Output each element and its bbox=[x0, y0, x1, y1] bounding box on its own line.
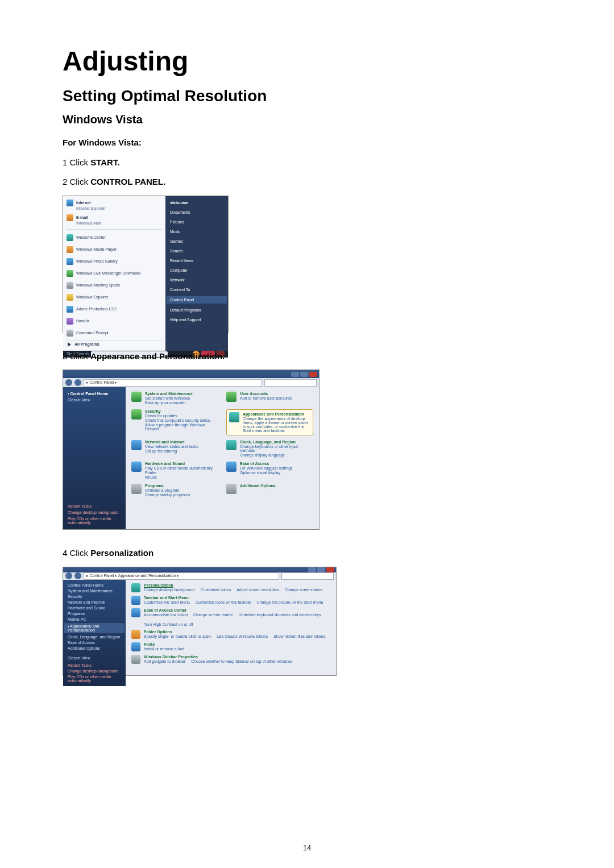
start-menu-right-item[interactable]: Games bbox=[170, 238, 223, 244]
row-title[interactable]: Personalization bbox=[144, 583, 322, 587]
recent-task-item[interactable]: Play CDs or other media automatically bbox=[68, 675, 121, 683]
category-link[interactable]: Optimize visual display bbox=[240, 471, 293, 475]
category-link[interactable]: Change startup programs bbox=[145, 493, 190, 497]
category-user-accounts[interactable]: User AccountsAdd or remove user accounts bbox=[226, 392, 313, 405]
start-menu-item[interactable]: InternetInternet Explorer bbox=[67, 198, 162, 211]
category-link[interactable]: Printer bbox=[145, 471, 213, 475]
start-menu-right-item[interactable]: Music bbox=[170, 229, 223, 235]
row-link[interactable]: Show hidden files and folders bbox=[273, 634, 325, 638]
close-button[interactable] bbox=[309, 372, 317, 377]
category-link[interactable]: Change the appearance of desktop items, … bbox=[243, 417, 310, 433]
recent-task-item[interactable]: Play CDs or other media automatically bbox=[68, 517, 121, 525]
start-menu-right-item[interactable]: Documents bbox=[170, 209, 223, 215]
category-network-and-internet[interactable]: Network and InternetView network status … bbox=[131, 440, 218, 457]
sidebar-cp-home[interactable]: • Control Panel Home bbox=[68, 392, 121, 396]
row-link[interactable]: Change the picture on the Start menu bbox=[257, 600, 323, 604]
category-link[interactable]: View network status and tasks bbox=[145, 445, 198, 448]
minimize-button[interactable] bbox=[291, 372, 299, 377]
category-link[interactable]: Change display language bbox=[240, 453, 313, 457]
row-link[interactable]: Add gadgets to Sidebar bbox=[144, 659, 185, 663]
start-menu-item[interactable]: Windows Explorer bbox=[67, 292, 162, 302]
start-menu-right-item[interactable]: Connect To bbox=[170, 286, 223, 293]
row-title[interactable]: Fonts bbox=[144, 642, 184, 646]
sidebar-item[interactable]: Control Panel Home bbox=[68, 583, 121, 587]
category-clock-language-and-region[interactable]: Clock, Language, and RegionChange keyboa… bbox=[226, 440, 313, 457]
start-menu-right-item[interactable]: Help and Support bbox=[170, 317, 223, 323]
category-system-and-maintenance[interactable]: System and MaintenanceGet started with W… bbox=[131, 392, 218, 405]
category-link[interactable]: Let Windows suggest settings bbox=[240, 466, 293, 470]
start-menu-item[interactable]: Windows Photo Gallery bbox=[67, 256, 162, 267]
start-menu-right-item[interactable]: Search bbox=[170, 248, 223, 254]
row-title[interactable]: Folder Options bbox=[144, 630, 326, 634]
category-link[interactable]: Change keyboards or other input methods bbox=[240, 445, 313, 452]
row-title[interactable]: Ease of Access Center bbox=[144, 608, 330, 612]
row-link[interactable]: Change screen saver bbox=[285, 588, 323, 592]
sidebar-item[interactable]: Hardware and Sound bbox=[68, 606, 121, 610]
start-menu-item[interactable]: Adobe Photoshop CS2 bbox=[67, 304, 162, 314]
category-link[interactable]: Get started with Windows bbox=[145, 396, 193, 400]
row-link[interactable]: Accommodate low vision bbox=[144, 613, 188, 617]
category-link[interactable]: Mouse bbox=[145, 475, 213, 479]
sidebar-item[interactable]: Clock, Language, and Region bbox=[68, 635, 121, 639]
sidebar-classic-view[interactable]: Classic View bbox=[68, 656, 121, 660]
start-menu-right-item[interactable]: vista-user bbox=[170, 200, 223, 206]
sidebar-item[interactable]: Network and Internet bbox=[68, 600, 121, 604]
category-security[interactable]: SecurityCheck for updatesCheck this comp… bbox=[131, 409, 218, 435]
row-link[interactable]: Specify single- or double-click to open bbox=[144, 634, 211, 638]
start-menu-right-item[interactable]: Computer bbox=[170, 267, 223, 273]
row-title[interactable]: Windows Sidebar Properties bbox=[144, 655, 292, 659]
category-link[interactable]: Check this computer's security status bbox=[145, 418, 218, 422]
category-link[interactable]: Play CDs or other media automatically bbox=[145, 466, 213, 470]
row-link[interactable]: Customize the Start menu bbox=[144, 600, 190, 604]
sidebar-item[interactable]: Additional Options bbox=[68, 646, 121, 650]
category-hardware-and-sound[interactable]: Hardware and SoundPlay CDs or other medi… bbox=[131, 462, 218, 479]
row-link[interactable]: Change screen reader bbox=[193, 613, 233, 617]
start-menu-right-item[interactable]: Default Programs bbox=[170, 307, 223, 313]
category-link[interactable]: Back up your computer bbox=[145, 401, 193, 405]
row-link[interactable]: Customize icons on the taskbar bbox=[196, 600, 251, 604]
row-title[interactable]: Taskbar and Start Menu bbox=[144, 596, 323, 600]
maximize-button[interactable] bbox=[317, 567, 325, 572]
category-link[interactable]: Allow a program through Windows Firewall bbox=[145, 423, 218, 431]
start-menu-item[interactable]: Windows Live Messenger Download bbox=[67, 268, 162, 279]
sidebar-classic-view[interactable]: Classic View bbox=[68, 398, 121, 402]
start-menu-right-item[interactable]: Network bbox=[170, 277, 223, 283]
row-link[interactable]: Underline keyboard shortcuts and access … bbox=[239, 613, 321, 617]
maximize-button[interactable] bbox=[300, 372, 308, 377]
row-link[interactable]: Use Classic Windows folders bbox=[217, 634, 268, 638]
back-button[interactable] bbox=[65, 572, 72, 579]
category-link[interactable]: Check for updates bbox=[145, 414, 218, 418]
start-menu-item[interactable]: Welcome Center bbox=[67, 232, 162, 243]
category-programs[interactable]: ProgramsUninstall a programChange startu… bbox=[131, 484, 218, 497]
recent-task-item[interactable]: Change desktop background bbox=[68, 510, 121, 514]
category-link[interactable]: Add or remove user accounts bbox=[240, 396, 292, 400]
row-link[interactable]: Turn High Contrast on or off bbox=[144, 622, 193, 626]
start-menu-right-item[interactable]: Pictures bbox=[170, 219, 223, 225]
row-link[interactable]: Customize colors bbox=[201, 588, 231, 592]
sidebar-item[interactable]: Security bbox=[68, 595, 121, 599]
sidebar-item[interactable]: Programs bbox=[68, 612, 121, 616]
all-programs-button[interactable]: All Programs bbox=[67, 340, 162, 348]
row-link[interactable]: Install or remove a font bbox=[144, 647, 184, 651]
breadcrumb-bar[interactable]: ▸ Control Panel ▸ Appearance and Persona… bbox=[84, 572, 279, 580]
category-link[interactable]: Uninstall a program bbox=[145, 488, 190, 492]
sidebar-item[interactable]: Mobile PC bbox=[68, 617, 121, 621]
start-menu-control-panel[interactable]: Control Panel bbox=[167, 296, 227, 304]
start-menu-item[interactable]: Command Prompt bbox=[67, 328, 162, 338]
back-button[interactable] bbox=[65, 379, 72, 386]
category-link[interactable]: Set up file sharing bbox=[145, 449, 198, 453]
row-link[interactable]: Adjust screen resolution bbox=[237, 588, 279, 592]
category-additional-options[interactable]: Additional Options bbox=[226, 484, 313, 497]
start-menu-item[interactable]: HandIn bbox=[67, 316, 162, 326]
recent-task-item[interactable]: Change desktop background bbox=[68, 669, 121, 673]
category-appearance-and-personalization[interactable]: Appearance and PersonalizationChange the… bbox=[226, 409, 313, 435]
forward-button[interactable] bbox=[74, 572, 81, 579]
row-link[interactable]: Change desktop background bbox=[144, 588, 195, 592]
sidebar-item-appearance-personalization[interactable]: • Appearance and Personalization bbox=[64, 623, 125, 633]
breadcrumb-bar[interactable]: ▸ Control Panel ▸ bbox=[84, 379, 262, 387]
start-menu-item[interactable]: Windows Media Player bbox=[67, 244, 162, 255]
start-menu-item[interactable]: Windows Meeting Space bbox=[67, 280, 162, 290]
close-button[interactable] bbox=[326, 567, 334, 572]
minimize-button[interactable] bbox=[308, 567, 316, 572]
search-input[interactable] bbox=[281, 572, 334, 580]
